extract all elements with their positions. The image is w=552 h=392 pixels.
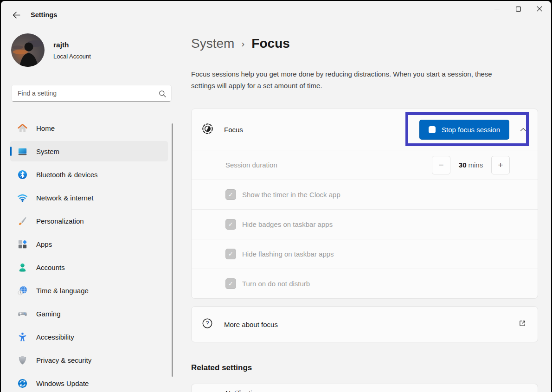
sidebar-item-label: Gaming (36, 310, 61, 318)
time-language-icon (17, 285, 28, 296)
sidebar-item-gaming[interactable]: Gaming (10, 303, 168, 324)
sidebar-item-label: Privacy & security (36, 356, 91, 364)
minimize-button[interactable] (486, 1, 507, 18)
minus-icon: − (438, 160, 443, 170)
duration-number: 30 (459, 161, 467, 169)
sidebar-item-time-language[interactable]: Time & language (10, 280, 168, 301)
stop-icon (429, 126, 436, 133)
duration-value: 30mins (456, 161, 486, 169)
plus-icon: + (498, 160, 503, 170)
external-link-icon (518, 319, 526, 329)
option-label: Show the timer in the Clock app (242, 191, 340, 199)
window-title: Settings (31, 11, 57, 19)
back-icon (13, 12, 20, 20)
page-description: Focus sessions help you get more done by… (191, 68, 516, 91)
user-account-type: Local Account (53, 53, 91, 60)
option-row-show-timer: ✓ Show the timer in the Clock app (192, 180, 538, 209)
sidebar-item-label: System (36, 148, 59, 155)
personalization-icon (17, 215, 28, 226)
sidebar-item-label: Time & language (36, 287, 89, 295)
checkmark-icon: ✓ (228, 221, 233, 228)
accessibility-icon (17, 331, 28, 342)
more-about-focus-card[interactable]: ? More about focus (191, 306, 538, 342)
home-icon (17, 122, 28, 134)
settings-window: Settings rajth Local Account (1, 1, 551, 392)
session-duration-label: Session duration (225, 161, 277, 169)
sidebar-item-label: Bluetooth & devices (36, 171, 98, 179)
more-about-focus-label: More about focus (224, 321, 278, 328)
stop-button-label: Stop focus session (442, 126, 500, 134)
focus-card: Focus Stop focus session Session duratio… (191, 109, 538, 299)
notifications-card[interactable]: Notifications (191, 384, 538, 392)
minimize-icon (494, 5, 500, 13)
sidebar-item-network-internet[interactable]: Network & internet (10, 187, 168, 208)
sidebar-item-apps[interactable]: Apps (10, 234, 168, 254)
sidebar-scrollbar[interactable] (172, 123, 173, 377)
checkmark-icon: ✓ (228, 191, 233, 198)
search-box (11, 85, 172, 102)
checkbox-show-timer[interactable]: ✓ (225, 189, 236, 200)
close-button[interactable] (529, 1, 550, 18)
focus-timer-icon (202, 123, 213, 136)
search-input[interactable] (12, 85, 171, 101)
system-icon (17, 146, 28, 157)
sidebar-item-label: Accessibility (36, 333, 74, 341)
sidebar-item-bluetooth-devices[interactable]: Bluetooth & devices (10, 164, 168, 185)
search-icon (159, 90, 166, 99)
sidebar-item-system[interactable]: System (10, 141, 168, 161)
duration-stepper: − 30mins + (432, 156, 510, 174)
session-duration-row: Session duration − 30mins + (192, 150, 538, 180)
sidebar-item-label: Home (36, 124, 55, 132)
checkbox-hide-badges[interactable]: ✓ (225, 219, 236, 230)
option-label: Turn on do not disturb (242, 280, 310, 288)
bluetooth-icon (17, 169, 28, 180)
sidebar-item-privacy-security[interactable]: Privacy & security (10, 350, 168, 370)
sidebar-item-windows-update[interactable]: Windows Update (10, 373, 168, 392)
checkbox-hide-flashing[interactable]: ✓ (225, 249, 236, 259)
breadcrumb-system[interactable]: System (191, 36, 234, 51)
sidebar-item-label: Personalization (36, 217, 84, 225)
option-row-hide-badges: ✓ Hide badges on taskbar apps (192, 209, 538, 239)
breadcrumb-separator: › (241, 38, 244, 49)
gaming-icon (17, 308, 28, 319)
sidebar-nav: Home System Bluetooth & devic (10, 118, 168, 392)
focus-header-row: Focus Stop focus session (192, 109, 538, 150)
chevron-up-icon (520, 125, 526, 134)
collapse-chevron[interactable] (519, 123, 527, 135)
sidebar-item-label: Windows Update (36, 379, 89, 387)
back-button[interactable] (9, 9, 23, 22)
network-icon (17, 192, 28, 203)
sidebar-item-label: Network & internet (36, 194, 93, 202)
option-label: Hide flashing on taskbar apps (242, 250, 334, 258)
sidebar-item-personalization[interactable]: Personalization (10, 211, 168, 231)
maximize-button[interactable] (507, 1, 529, 18)
apps-icon (17, 238, 28, 250)
notifications-label: Notifications (225, 389, 263, 392)
stop-focus-session-button[interactable]: Stop focus session (419, 120, 509, 140)
option-label: Hide badges on taskbar apps (242, 220, 333, 228)
help-icon: ? (202, 318, 213, 331)
checkbox-do-not-disturb[interactable]: ✓ (225, 278, 236, 289)
increase-duration-button[interactable]: + (491, 156, 510, 174)
privacy-icon (17, 354, 28, 366)
sidebar-item-home[interactable]: Home (10, 118, 168, 138)
option-row-do-not-disturb: ✓ Turn on do not disturb (192, 269, 538, 298)
duration-unit: mins (469, 161, 483, 169)
breadcrumb: System › Focus (191, 36, 290, 51)
user-name: rajth (53, 41, 69, 49)
close-icon (537, 5, 542, 13)
svg-text:?: ? (206, 320, 209, 327)
window-controls (486, 1, 550, 18)
selected-indicator (10, 147, 12, 156)
page-title: Focus (251, 36, 289, 51)
accounts-icon (17, 262, 28, 273)
option-row-hide-flashing: ✓ Hide flashing on taskbar apps (192, 239, 538, 269)
decrease-duration-button[interactable]: − (432, 156, 450, 174)
windows-update-icon (17, 378, 28, 389)
user-avatar[interactable] (11, 33, 45, 67)
sidebar-item-accounts[interactable]: Accounts (10, 257, 168, 277)
sidebar-item-accessibility[interactable]: Accessibility (10, 327, 168, 347)
sidebar-item-label: Apps (36, 240, 52, 248)
maximize-icon (516, 5, 521, 13)
checkmark-icon: ✓ (228, 251, 233, 257)
